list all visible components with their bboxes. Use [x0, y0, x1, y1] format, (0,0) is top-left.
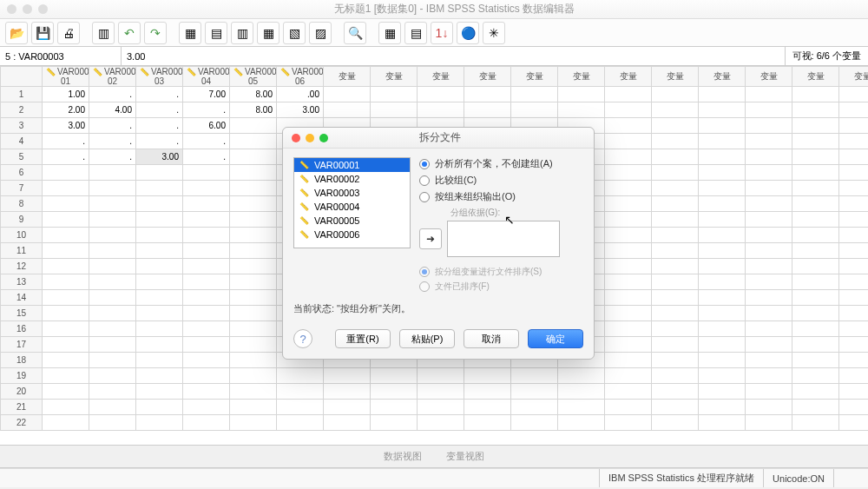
data-cell[interactable]: . [136, 87, 183, 102]
data-cell[interactable] [183, 415, 230, 431]
data-cell[interactable] [511, 87, 558, 102]
data-cell[interactable] [558, 400, 605, 415]
data-cell[interactable] [792, 196, 839, 212]
dialog-close-icon[interactable] [292, 134, 300, 142]
data-cell[interactable] [371, 415, 418, 431]
data-cell[interactable] [839, 243, 869, 259]
data-cell[interactable] [371, 102, 418, 118]
data-cell[interactable] [792, 321, 839, 337]
data-cell[interactable] [839, 400, 869, 415]
data-cell[interactable] [89, 415, 136, 431]
data-cell[interactable] [89, 212, 136, 228]
row-header[interactable]: 15 [1, 306, 43, 321]
data-cell[interactable] [43, 321, 89, 337]
data-cell[interactable] [605, 243, 652, 259]
row-header[interactable]: 20 [1, 384, 43, 400]
data-cell[interactable] [652, 149, 699, 165]
data-cell[interactable] [839, 306, 869, 321]
data-cell[interactable] [605, 134, 652, 149]
open-icon[interactable]: 📂 [5, 22, 28, 44]
radio-compare-groups[interactable]: 比较组(C) [419, 174, 583, 187]
data-cell[interactable] [418, 384, 464, 400]
data-cell[interactable] [230, 181, 277, 196]
data-cell[interactable] [839, 384, 869, 400]
data-cell[interactable]: . [89, 87, 136, 102]
data-cell[interactable] [839, 321, 869, 337]
data-cell[interactable] [230, 353, 277, 368]
data-cell[interactable]: . [183, 102, 230, 118]
data-cell[interactable] [371, 368, 418, 384]
data-cell[interactable]: . [136, 134, 183, 149]
row-header[interactable]: 12 [1, 259, 43, 274]
data-cell[interactable] [746, 384, 792, 400]
variable-item[interactable]: 📏VAR00006 [294, 228, 410, 241]
data-cell[interactable] [605, 102, 652, 118]
data-cell[interactable] [792, 259, 839, 274]
data-cell[interactable] [699, 353, 746, 368]
data-cell[interactable] [839, 165, 869, 181]
variable-item[interactable]: 📏VAR00001 [294, 158, 410, 172]
data-cell[interactable] [230, 290, 277, 306]
empty-column[interactable]: 变量 [839, 67, 869, 87]
empty-column[interactable]: 变量 [464, 67, 511, 87]
data-cell[interactable] [652, 337, 699, 353]
data-cell[interactable] [277, 384, 324, 400]
data-cell[interactable] [792, 87, 839, 102]
data-cell[interactable] [746, 212, 792, 228]
data-cell[interactable] [230, 306, 277, 321]
data-cell[interactable] [652, 243, 699, 259]
data-cell[interactable] [43, 384, 89, 400]
data-cell[interactable] [699, 321, 746, 337]
data-cell[interactable] [839, 353, 869, 368]
data-cell[interactable] [839, 415, 869, 431]
data-cell[interactable] [183, 306, 230, 321]
data-cell[interactable] [746, 274, 792, 290]
column-header[interactable]: 📏VAR00002 [89, 67, 136, 87]
data-cell[interactable] [699, 259, 746, 274]
data-cell[interactable] [839, 274, 869, 290]
data-cell[interactable] [699, 415, 746, 431]
data-cell[interactable] [464, 368, 511, 384]
data-cell[interactable] [136, 181, 183, 196]
data-cell[interactable] [43, 259, 89, 274]
data-cell[interactable] [230, 321, 277, 337]
reset-button[interactable]: 重置(R) [335, 329, 391, 348]
data-cell[interactable] [699, 118, 746, 134]
data-cell[interactable] [324, 384, 371, 400]
data-cell[interactable] [652, 368, 699, 384]
data-cell[interactable]: . [183, 134, 230, 149]
data-cell[interactable] [605, 118, 652, 134]
data-cell[interactable] [605, 368, 652, 384]
data-cell[interactable] [605, 181, 652, 196]
data-cell[interactable] [699, 306, 746, 321]
data-cell[interactable]: . [89, 118, 136, 134]
data-cell[interactable] [230, 415, 277, 431]
variable-list[interactable]: 📏VAR00001📏VAR00002📏VAR00003📏VAR00004📏VAR… [293, 157, 411, 248]
row-header[interactable]: 8 [1, 196, 43, 212]
data-cell[interactable]: . [183, 149, 230, 165]
data-cell[interactable] [839, 87, 869, 102]
data-cell[interactable] [792, 337, 839, 353]
data-cell[interactable] [746, 290, 792, 306]
data-cell[interactable] [605, 306, 652, 321]
data-cell[interactable] [652, 87, 699, 102]
data-cell[interactable] [43, 337, 89, 353]
data-cell[interactable] [43, 243, 89, 259]
data-cell[interactable] [746, 102, 792, 118]
data-cell[interactable] [464, 400, 511, 415]
data-cell[interactable] [136, 196, 183, 212]
data-cell[interactable] [839, 118, 869, 134]
data-cell[interactable] [183, 212, 230, 228]
data-cell[interactable] [699, 228, 746, 243]
data-cell[interactable] [792, 400, 839, 415]
data-cell[interactable] [43, 353, 89, 368]
data-cell[interactable] [136, 274, 183, 290]
empty-column[interactable]: 变量 [746, 67, 792, 87]
data-cell[interactable] [277, 368, 324, 384]
data-cell[interactable] [746, 243, 792, 259]
data-cell[interactable] [183, 165, 230, 181]
goto-icon[interactable]: ▦ [179, 22, 201, 44]
data-cell[interactable] [605, 290, 652, 306]
data-cell[interactable]: . [89, 134, 136, 149]
empty-column[interactable]: 变量 [558, 67, 605, 87]
